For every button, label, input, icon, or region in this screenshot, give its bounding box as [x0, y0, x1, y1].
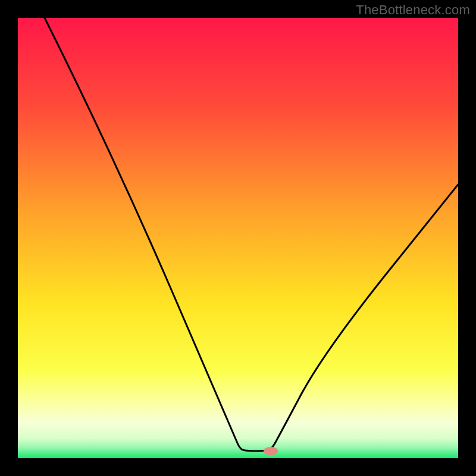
plot-background	[18, 18, 458, 458]
bottleneck-chart	[0, 0, 476, 476]
watermark-text: TheBottleneck.com	[356, 2, 470, 18]
optimum-marker	[264, 447, 278, 455]
chart-frame: TheBottleneck.com	[0, 0, 476, 476]
